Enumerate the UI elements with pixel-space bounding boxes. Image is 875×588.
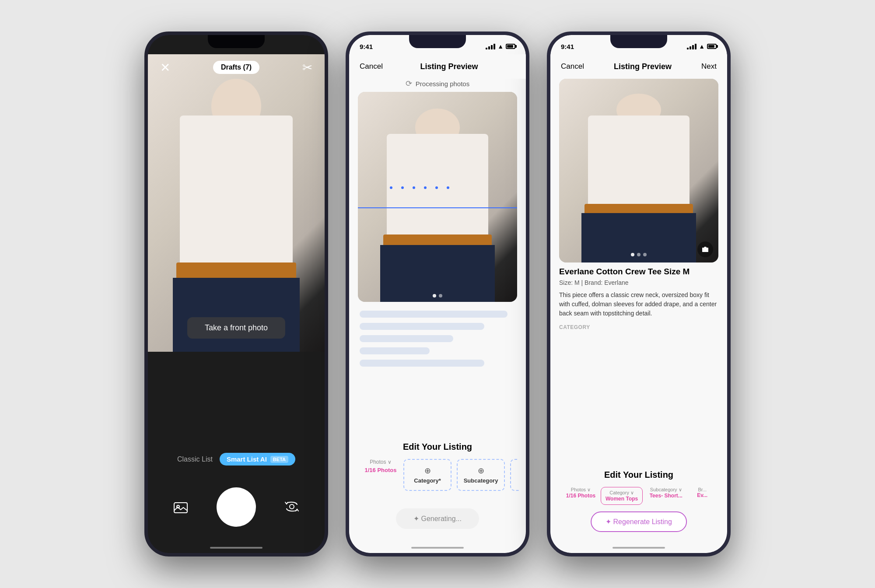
- proc-dot: [413, 186, 415, 189]
- skeleton-line-3: [360, 335, 453, 342]
- cancel-button-p3[interactable]: Cancel: [561, 62, 584, 71]
- shutter-button[interactable]: [217, 487, 256, 527]
- camera-viewfinder: Take a front photo: [148, 54, 325, 360]
- generating-button: ✦ Generating...: [396, 508, 479, 529]
- subcategory-tab-label: Subcategory: [464, 477, 498, 484]
- subcategory-icon: ⊕: [478, 466, 484, 476]
- notch: [208, 35, 265, 48]
- processing-dots: [390, 186, 449, 189]
- smart-list-badge[interactable]: Smart List AI BETA: [220, 453, 295, 466]
- edit-tabs-p3: Photos ∨ 1/16 Photos Category ∨ Women To…: [557, 487, 720, 505]
- edit-tab-photos[interactable]: Photos ∨ 1/16 Photos: [363, 459, 398, 491]
- edit-tab-subcategory[interactable]: ⊕ Subcategory: [457, 459, 505, 491]
- edit-listing-title: Edit Your Listing: [356, 442, 519, 452]
- flip-camera-button[interactable]: [281, 496, 303, 518]
- tab3-brand[interactable]: Br... Ev...: [689, 487, 715, 505]
- next-button-p3[interactable]: Next: [701, 62, 717, 71]
- listing-image-area: [358, 92, 517, 302]
- tab3-brand-value: Ev...: [697, 492, 707, 498]
- carousel-dot-3-p3[interactable]: [643, 253, 647, 256]
- tab3-subcategory-value: Tees- Short...: [650, 493, 682, 499]
- carousel-dots: [433, 294, 442, 298]
- drafts-badge[interactable]: Drafts (7): [213, 61, 259, 74]
- phone3-nav-header: Cancel Listing Preview Next: [550, 54, 727, 79]
- phone2-nav-header: Cancel Listing Preview: [349, 54, 526, 79]
- spinner-icon: ⟳: [406, 79, 412, 88]
- tab3-photos-label: Photos ∨: [571, 487, 591, 493]
- proc-dot: [435, 186, 438, 189]
- detail-screen: 9:41 ▲ Cancel Listing Pre: [550, 35, 727, 553]
- edit-tab-brand[interactable]: ⊕ B...: [510, 459, 519, 491]
- edit-listing-title-p3: Edit Your Listing: [557, 470, 720, 480]
- listing-description: This piece offers a classic crew neck, o…: [559, 290, 718, 318]
- wifi-icon: ▲: [497, 43, 504, 50]
- gallery-button[interactable]: [170, 496, 192, 518]
- classic-list-label[interactable]: Classic List: [177, 455, 213, 463]
- skeleton-line-4: [360, 347, 430, 354]
- scissors-icon[interactable]: ✂: [302, 60, 312, 75]
- tab3-category-value: Women Tops: [606, 496, 638, 502]
- beta-badge: BETA: [270, 456, 288, 463]
- edit-listing-section-p3: Edit Your Listing Photos ∨ 1/16 Photos C…: [550, 464, 727, 509]
- category-tab-label: Category*: [414, 477, 441, 484]
- status-time-p3: 9:41: [561, 43, 574, 50]
- tab3-subcategory[interactable]: Subcategory ∨ Tees- Short...: [646, 487, 686, 505]
- tab3-category[interactable]: Category ∨ Women Tops: [601, 487, 643, 505]
- listing-detail-image: [559, 79, 718, 262]
- signal-bars-p3: [687, 44, 696, 49]
- processing-banner: ⟳ Processing photos: [349, 79, 526, 88]
- proc-dot: [447, 186, 449, 189]
- page-title-p3: Listing Preview: [614, 62, 672, 71]
- take-photo-overlay: Take a front photo: [187, 317, 285, 339]
- carousel-dot-1-p3[interactable]: [631, 253, 634, 256]
- battery-icon: [506, 44, 515, 49]
- tab3-photos-value: 1/16 Photos: [566, 493, 595, 499]
- person-photo: [148, 54, 325, 360]
- status-icons: ▲: [486, 43, 515, 50]
- signal-bars: [486, 44, 495, 49]
- listing-mode-row: Classic List Smart List AI BETA: [177, 453, 295, 466]
- carousel-dot-1[interactable]: [433, 294, 436, 298]
- photo-bg-p3: [559, 79, 718, 262]
- skeleton-loading-area: [360, 311, 515, 372]
- product-title: Everlane Cotton Crew Tee Size M: [559, 267, 718, 276]
- carousel-dot-2-p3[interactable]: [637, 253, 640, 256]
- photo-background: [148, 54, 325, 360]
- proc-dot: [424, 186, 427, 189]
- camera-header: ✕ Drafts (7) ✂: [148, 54, 325, 80]
- svg-rect-0: [174, 503, 187, 513]
- svg-point-2: [290, 504, 294, 509]
- proc-dot: [401, 186, 404, 189]
- status-time: 9:41: [360, 43, 373, 50]
- listing-info: Everlane Cotton Crew Tee Size M Size: M …: [559, 267, 718, 332]
- camera-controls: [148, 487, 325, 527]
- generating-label: ✦ Generating...: [413, 514, 462, 523]
- skeleton-line-2: [360, 323, 484, 330]
- home-indicator: [210, 547, 262, 549]
- photos-tab-label: Photos ∨: [370, 459, 392, 465]
- processing-text: Processing photos: [416, 80, 469, 88]
- skeleton-line-1: [360, 311, 508, 318]
- camera-overlay-icon[interactable]: [697, 242, 713, 257]
- skeleton-line-5: [360, 360, 484, 367]
- category-icon: ⊕: [424, 466, 431, 476]
- photo-bg-p2: [358, 92, 517, 302]
- wifi-icon-p3: ▲: [699, 43, 705, 50]
- carousel-dots-p3: [631, 253, 647, 256]
- page-title: Listing Preview: [420, 62, 478, 71]
- tab3-category-label: Category ∨: [609, 490, 634, 496]
- camera-screen: ✕ Drafts (7) ✂ Take a front photo: [148, 35, 325, 553]
- regenerate-button[interactable]: ✦ Regenerate Listing: [591, 511, 687, 532]
- edit-tab-category[interactable]: ⊕ Category*: [403, 459, 452, 491]
- carousel-dot-2[interactable]: [439, 294, 442, 298]
- cancel-button[interactable]: Cancel: [360, 62, 383, 71]
- phone-camera: ✕ Drafts (7) ✂ Take a front photo: [144, 32, 328, 556]
- tab3-photos[interactable]: Photos ∨ 1/16 Photos: [564, 487, 597, 505]
- phone-listing-detail: 9:41 ▲ Cancel Listing Pre: [547, 32, 731, 556]
- processing-screen: 9:41 ▲ Cancel Listing Pre: [349, 35, 526, 553]
- phone-processing: 9:41 ▲ Cancel Listing Pre: [346, 32, 529, 556]
- tab3-brand-label: Br...: [698, 487, 707, 492]
- notch: [409, 35, 466, 48]
- close-icon[interactable]: ✕: [160, 60, 170, 75]
- photos-tab-value: 1/16 Photos: [365, 467, 397, 473]
